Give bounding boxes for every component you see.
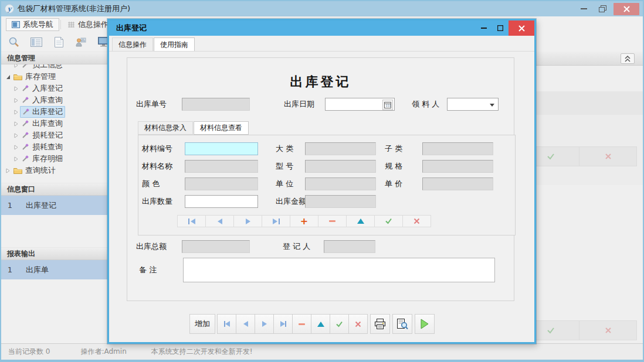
nav-last-button[interactable] — [273, 314, 293, 334]
tree-item-inbound-query[interactable]: 入库查询 — [1, 94, 109, 106]
nav-last-button[interactable] — [262, 215, 290, 227]
nav-delete-button[interactable] — [318, 215, 347, 227]
next-icon — [246, 218, 250, 224]
subcategory-field[interactable] — [422, 142, 493, 155]
search-tool-button[interactable] — [6, 35, 22, 50]
app-title: 包袋厂材料管理系统(非注册用户) — [18, 4, 130, 14]
run-button[interactable] — [415, 314, 435, 334]
tree-folder-query-stats[interactable]: 查询统计 — [1, 165, 109, 176]
nav-edit-button[interactable] — [311, 314, 330, 334]
nav-first-button[interactable] — [217, 314, 236, 334]
nav-next-button[interactable] — [255, 314, 274, 334]
amount-field[interactable] — [305, 195, 376, 208]
date-picker-button[interactable] — [382, 100, 393, 110]
nav-cancel-button[interactable] — [402, 215, 431, 227]
printer-icon — [374, 319, 386, 330]
tab-info-operation[interactable]: 信息操作 — [62, 18, 114, 31]
tree-item-outbound-register[interactable]: 出库登记 — [1, 106, 109, 118]
material-panel: 材料编号 大 类 子 类 材料名称 型 号 规 格 颜 色 单 位 — [138, 135, 516, 235]
status-bar: 当前记录数 0 操作者:Admin 本系统支持二次开发和全新开发! — [1, 343, 643, 360]
registrar-field[interactable] — [324, 240, 375, 253]
date-field[interactable] — [325, 98, 395, 111]
tree-item-employee-info[interactable]: 员工信息 — [1, 64, 109, 71]
print-button[interactable] — [370, 314, 390, 334]
tree-item-label: 损耗查询 — [32, 142, 63, 152]
tree-item-label: 库存明细 — [32, 153, 63, 164]
nav-insert-button[interactable]: + — [290, 215, 318, 227]
category-field[interactable] — [305, 142, 376, 155]
model-field[interactable] — [305, 160, 376, 173]
form-tool-button[interactable] — [28, 35, 45, 50]
dialog-minimize-button[interactable] — [476, 21, 492, 36]
first-icon — [225, 321, 230, 327]
total-field[interactable] — [182, 240, 250, 253]
nav-edit-button[interactable] — [346, 215, 375, 227]
tab-system-navigation[interactable]: 系统导航 — [6, 18, 59, 31]
spec-field[interactable] — [422, 160, 493, 173]
nav-post-button[interactable] — [330, 314, 349, 334]
user-tool-button[interactable] — [73, 35, 89, 50]
preview-button[interactable] — [392, 314, 412, 334]
remark-textarea[interactable] — [183, 258, 495, 282]
dialog-tab-guide[interactable]: 使用指南 — [154, 37, 195, 51]
tree-item-label: 员工信息 — [32, 64, 63, 70]
color-field[interactable] — [185, 177, 258, 190]
tree-item-inbound-register[interactable]: 入库登记 — [1, 83, 109, 94]
picker-combobox[interactable] — [447, 98, 499, 111]
nav-cancel-button[interactable] — [348, 314, 368, 334]
dialog-close-button[interactable] — [509, 21, 534, 36]
prev-icon — [243, 321, 248, 327]
last-icon — [280, 321, 285, 327]
record-navigator: + — [178, 215, 431, 227]
minimize-button[interactable] — [576, 3, 591, 15]
tree-item-loss-register[interactable]: 损耗登记 — [1, 129, 109, 141]
restore-icon — [599, 5, 606, 12]
check-icon — [547, 153, 555, 160]
close-icon — [623, 6, 630, 12]
app-logo-icon: y — [5, 4, 14, 13]
qty-field[interactable] — [185, 195, 258, 208]
background-cancel-button[interactable] — [579, 146, 637, 166]
close-button[interactable] — [614, 3, 639, 15]
report-output-item[interactable]: 1 出库单 — [1, 260, 109, 279]
dialog-bottom-toolbar: 增加 — [189, 314, 435, 334]
expander-icon — [14, 98, 19, 103]
expander-icon — [14, 121, 19, 127]
tree-folder-inventory[interactable]: 库存管理 — [1, 71, 109, 83]
collapse-panel-button[interactable] — [621, 53, 635, 64]
material-tab-strip: 材料信息录入 材料信息查看 — [138, 121, 249, 135]
background-cancel-button[interactable] — [579, 320, 637, 340]
first-icon — [188, 218, 189, 224]
material-code-field[interactable] — [185, 142, 258, 155]
expander-icon — [14, 145, 19, 150]
info-window-item[interactable]: 1 出库登记 — [1, 196, 109, 215]
nav-delete-button[interactable] — [292, 314, 311, 334]
tab-separator — [60, 20, 61, 29]
minimize-icon — [581, 8, 587, 9]
info-management-header: 信息管理 — [1, 52, 109, 64]
dialog-maximize-button[interactable] — [492, 21, 509, 36]
nav-prev-button[interactable] — [205, 215, 234, 227]
material-name-field[interactable] — [185, 160, 258, 173]
nav-next-button[interactable] — [233, 215, 262, 227]
material-tab-entry[interactable]: 材料信息录入 — [138, 121, 193, 135]
tree-item-label: 出库登记 — [32, 107, 63, 117]
unit-field[interactable] — [305, 177, 376, 190]
calendar-icon — [384, 101, 391, 108]
document-tool-button[interactable] — [50, 35, 67, 50]
sidebar: 信息管理 员工信息 库存管理 入库登记 — [1, 52, 109, 343]
tree-item-loss-query[interactable]: 损耗查询 — [1, 141, 109, 153]
nav-first-button[interactable] — [177, 215, 206, 227]
dialog-title: 出库登记 — [109, 23, 147, 33]
price-field[interactable] — [422, 177, 493, 190]
tree-item-stock-detail[interactable]: 库存明细 — [1, 153, 109, 165]
nav-post-button[interactable] — [374, 215, 403, 227]
triangle-up-icon — [357, 218, 364, 224]
tree-item-outbound-query[interactable]: 出库查询 — [1, 118, 109, 129]
nav-prev-button[interactable] — [236, 314, 255, 334]
add-button[interactable]: 增加 — [189, 314, 215, 334]
restore-button[interactable] — [595, 3, 610, 15]
material-tab-view[interactable]: 材料信息查看 — [194, 121, 249, 135]
dialog-tab-operation[interactable]: 信息操作 — [112, 37, 153, 51]
order-no-field[interactable] — [182, 98, 250, 111]
